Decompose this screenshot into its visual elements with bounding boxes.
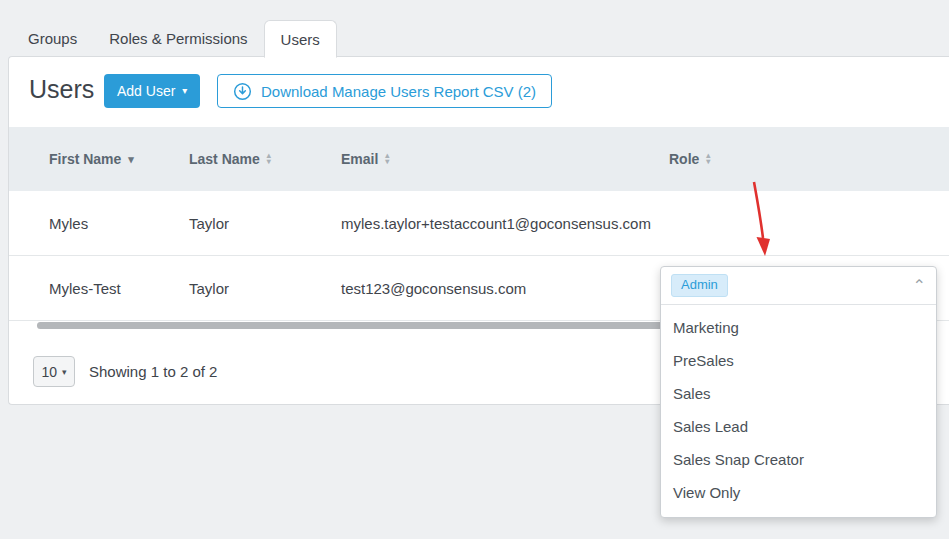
caret-down-icon: ▾ [182, 86, 187, 96]
column-label: Email [341, 151, 378, 167]
page-size-value: 10 [41, 364, 57, 380]
role-options-list: Marketing PreSales Sales Sales Lead Sale… [661, 305, 936, 517]
download-csv-button[interactable]: Download Manage Users Report CSV (2) [217, 74, 552, 108]
download-label: Download Manage Users Report CSV (2) [261, 83, 536, 100]
cell-last-name: Taylor [189, 256, 229, 320]
role-option-sales-lead[interactable]: Sales Lead [661, 410, 936, 443]
tab-bar: Groups Roles & Permissions Users [12, 20, 337, 57]
table-header: First Name ▾ Last Name ▴▾ Email ▴▾ Role … [9, 127, 949, 191]
role-option-sales[interactable]: Sales [661, 377, 936, 410]
role-badge: Admin [671, 274, 728, 297]
cell-first-name: Myles-Test [49, 256, 121, 320]
cell-email: myles.taylor+testaccount1@goconsensus.co… [341, 191, 651, 255]
manage-users-screen: Groups Roles & Permissions Users Users A… [0, 0, 949, 539]
table-row: Myles Taylor myles.taylor+testaccount1@g… [9, 191, 949, 256]
tab-groups[interactable]: Groups [12, 20, 93, 57]
cell-email: test123@goconsensus.com [341, 256, 526, 320]
add-user-button[interactable]: Add User ▾ [104, 74, 200, 108]
sort-icon: ▴▾ [706, 153, 710, 165]
sort-icon: ▴▾ [385, 153, 389, 165]
column-header-first-name[interactable]: First Name ▾ [49, 127, 134, 191]
cell-first-name: Myles [49, 191, 88, 255]
column-label: Last Name [189, 151, 260, 167]
role-option-marketing[interactable]: Marketing [661, 311, 936, 344]
add-user-label: Add User [117, 83, 175, 99]
sort-desc-icon: ▾ [128, 154, 134, 165]
page-title: Users [29, 75, 94, 104]
cell-last-name: Taylor [189, 191, 229, 255]
download-icon [233, 82, 252, 101]
column-label: Role [669, 151, 699, 167]
role-option-sales-snap-creator[interactable]: Sales Snap Creator [661, 443, 936, 476]
pagination-summary: Showing 1 to 2 of 2 [89, 363, 217, 380]
sort-icon: ▴▾ [267, 153, 271, 165]
caret-down-icon: ▾ [62, 367, 67, 377]
chevron-up-icon: ⌃ [913, 278, 926, 294]
tab-roles-permissions[interactable]: Roles & Permissions [93, 20, 263, 57]
column-label: First Name [49, 151, 121, 167]
role-option-view-only[interactable]: View Only [661, 476, 936, 509]
tab-users[interactable]: Users [264, 20, 337, 58]
role-dropdown-open: Admin ⌃ Marketing PreSales Sales Sales L… [660, 266, 937, 518]
column-header-email[interactable]: Email ▴▾ [341, 127, 389, 191]
role-select-expanded[interactable]: Admin ⌃ [661, 267, 936, 305]
page-size-selector[interactable]: 10 ▾ [33, 356, 75, 387]
column-header-last-name[interactable]: Last Name ▴▾ [189, 127, 271, 191]
role-option-presales[interactable]: PreSales [661, 344, 936, 377]
column-header-role[interactable]: Role ▴▾ [669, 127, 710, 191]
